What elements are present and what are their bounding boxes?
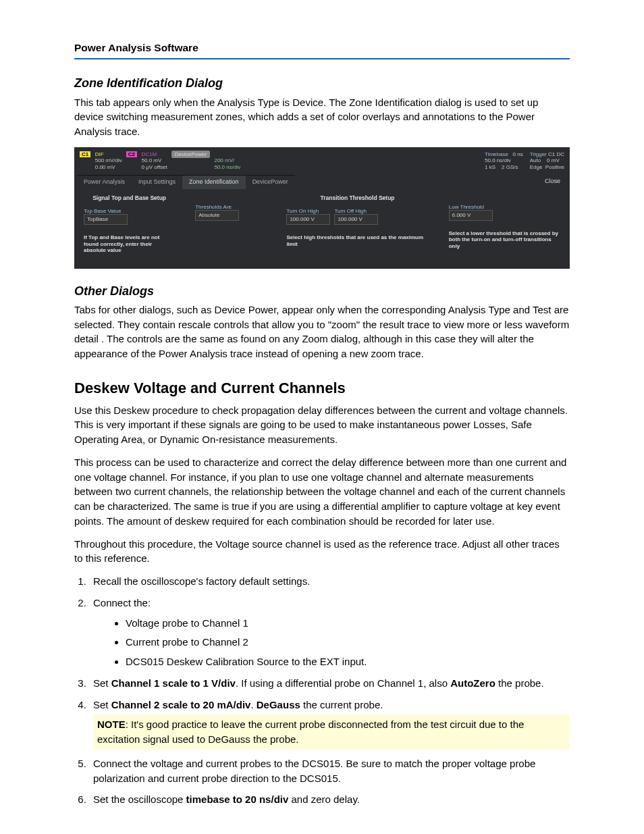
doc-header-title: Power Analysis Software <box>74 41 570 55</box>
deskew-p3: Throughout this procedure, the Voltage s… <box>74 537 570 567</box>
c1-info: DIF 500 mV/div 0.00 mV <box>92 151 125 171</box>
deskew-p1: Use this Deskew procedure to check propa… <box>74 403 570 447</box>
step-2b: Current probe to Channel 2 <box>126 635 570 650</box>
thresholds-are-label: Thresholds Are <box>195 204 266 211</box>
deskew-steps-list: Recall the oscilloscope's factory defaul… <box>74 574 570 807</box>
low-threshold-field[interactable]: 6.000 V <box>449 210 493 221</box>
timebase-readout: Timebase 0 ns 50.0 ns/div 1 kS 2 GS/s <box>485 151 523 171</box>
signal-top-base-title: Signal Top and Base Setup <box>84 194 175 201</box>
turn-on-high-field[interactable]: 100.000 V <box>286 214 330 225</box>
header-rule <box>74 58 570 59</box>
step-3: Set Channel 1 scale to 1 V/div. If using… <box>89 676 570 691</box>
zone-id-dialog-screenshot: C1 DIF 500 mV/div 0.00 mV C2 DC1M 50.0 m… <box>74 147 570 269</box>
channel-c1-badge: C1 <box>80 151 90 158</box>
section-deskew-title: Deskew Voltage and Current Channels <box>74 377 570 399</box>
dialog-close-button[interactable]: Close <box>538 175 567 189</box>
channel-c2-badge: C2 <box>126 151 137 158</box>
step-4: Set Channel 2 scale to 20 mA/div. DeGaus… <box>89 698 570 750</box>
low-threshold-help: Select a lower threshold that is crossed… <box>449 230 560 250</box>
step-2-sublist: Voltage probe to Channel 1 Current probe… <box>93 616 570 669</box>
top-base-help: If Top and Base levels are not found cor… <box>84 234 175 254</box>
c2-info: DC1M 50.0 mV 0 µV offset <box>139 151 170 171</box>
top-base-value-label: Top Base Value <box>84 208 175 215</box>
step-2c: DCS015 Deskew Calibration Source to the … <box>126 654 570 669</box>
turn-on-high-label: Turn On High <box>286 208 330 215</box>
thresholds-are-field[interactable]: Absolute <box>195 210 239 221</box>
device-power-badge: DevicePower <box>171 151 210 158</box>
deskew-p2: This process can be used to characterize… <box>74 455 570 529</box>
tab-input-settings[interactable]: Input Settings <box>132 175 182 189</box>
low-threshold-label: Low Threshold <box>449 204 560 211</box>
trigger-readout: Trigger C1 DC Auto 0 mV Edge Positive <box>530 151 564 171</box>
step-4-note: NOTE: It's good practice to leave the cu… <box>93 714 570 750</box>
tab-zone-identification[interactable]: Zone Identification <box>182 175 246 189</box>
section-other-dialogs-title: Other Dialogs <box>74 282 570 300</box>
step-5: Connect the voltage and current probes t… <box>89 756 570 786</box>
tab-device-power[interactable]: DevicePower <box>246 175 295 189</box>
transition-threshold-title: Transition Threshold Setup <box>286 194 428 201</box>
tab-power-analysis[interactable]: Power Analysis <box>77 175 132 189</box>
step-2a: Voltage probe to Channel 1 <box>126 616 570 631</box>
step-2: Connect the: Voltage probe to Channel 1 … <box>89 596 570 669</box>
step-6: Set the oscilloscope timebase to 20 ns/d… <box>89 792 570 807</box>
section-zone-id-title: Zone Identification Dialog <box>74 74 570 92</box>
section-other-dialogs-text: Tabs for other dialogs, such as Device P… <box>74 303 570 361</box>
section-zone-id-text: This tab appears only when the Analysis … <box>74 95 570 139</box>
device-power-info: 200 mV/ 50.0 ns/div <box>211 151 243 171</box>
turn-off-high-field[interactable]: 100.000 V <box>334 214 378 225</box>
top-base-value-field[interactable]: TopBase <box>84 214 128 225</box>
turn-off-high-label: Turn Off High <box>334 208 378 215</box>
high-threshold-help: Select high thresholds that are used as … <box>286 234 428 247</box>
step-1: Recall the oscilloscope's factory defaul… <box>89 574 570 589</box>
